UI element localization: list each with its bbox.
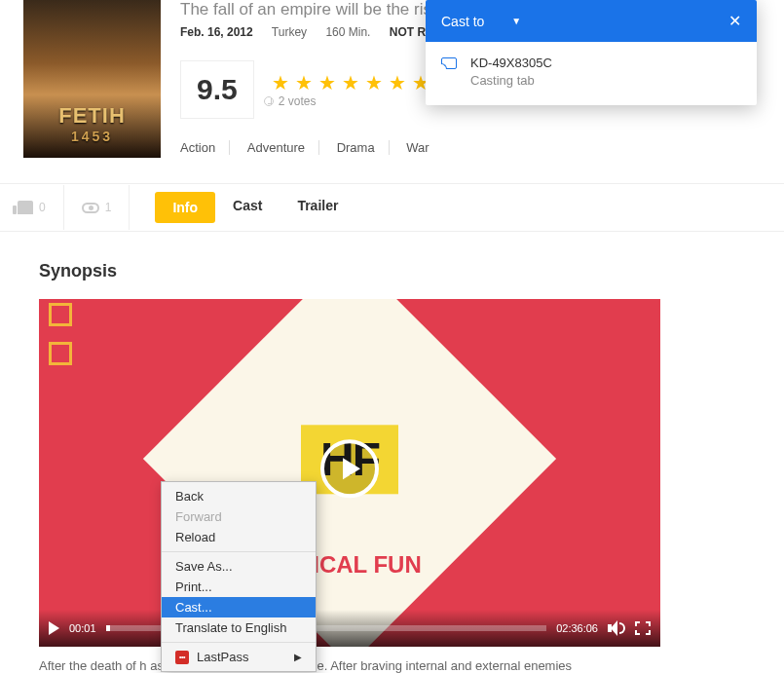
view-count: 1 xyxy=(105,201,112,214)
fullscreen-button[interactable] xyxy=(635,621,651,635)
movie-poster[interactable]: FETIH 1453 xyxy=(23,0,161,158)
star-icon: ★ xyxy=(272,71,289,94)
ctx-back[interactable]: Back xyxy=(162,486,316,506)
cast-popup-title: Cast to xyxy=(441,14,484,29)
genre-link[interactable]: Action xyxy=(180,140,230,155)
volume-button[interactable] xyxy=(608,620,625,636)
cast-device-status: Casting tab xyxy=(470,73,552,88)
play-button[interactable] xyxy=(49,621,59,635)
like-count: 0 xyxy=(39,201,46,214)
ctx-cast[interactable]: Cast... xyxy=(162,597,316,617)
cast-device-name: KD-49X8305C xyxy=(470,56,552,70)
cast-device-item[interactable]: KD-49X8305C Casting tab xyxy=(441,56,741,88)
runtime: 160 Min. xyxy=(325,25,370,39)
views-counter: 1 xyxy=(64,185,130,230)
eye-icon xyxy=(82,203,99,213)
video-player[interactable]: HF ORICAL FUN 00:01 02:36:06 xyxy=(39,299,660,647)
genre-list: Action Adventure Drama War xyxy=(180,140,784,155)
context-menu: Back Forward Reload Save As... Print... … xyxy=(161,481,317,672)
genre-link[interactable]: War xyxy=(392,140,442,155)
current-time: 00:01 xyxy=(69,622,96,634)
like-button[interactable]: 0 xyxy=(0,185,64,230)
chevron-down-icon[interactable]: ▼ xyxy=(511,16,521,26)
cast-popup-header: Cast to ▼ ✕ xyxy=(426,0,757,42)
ctx-print[interactable]: Print... xyxy=(162,577,316,597)
poster-title-text: FETIH xyxy=(58,103,126,128)
genre-link[interactable]: Adventure xyxy=(234,140,319,155)
ctx-forward: Forward xyxy=(162,506,316,527)
section-title-synopsis: Synopsis xyxy=(39,261,745,281)
tab-cast[interactable]: Cast xyxy=(215,184,280,231)
star-icon: ★ xyxy=(342,71,359,94)
poster-year-text: 1453 xyxy=(58,129,126,144)
cast-popup: Cast to ▼ ✕ KD-49X8305C Casting tab xyxy=(426,0,757,105)
star-icon: ★ xyxy=(365,71,383,94)
ctx-lastpass[interactable]: •••LastPass ▶ xyxy=(162,647,316,667)
duration-time: 02:36:06 xyxy=(556,622,598,634)
tab-trailer[interactable]: Trailer xyxy=(280,184,355,231)
star-icon: ★ xyxy=(318,71,336,94)
star-icon: ★ xyxy=(389,71,406,94)
lastpass-icon: ••• xyxy=(175,651,189,664)
synopsis-text: After the death of h ascends to the Otto… xyxy=(39,656,745,673)
ctx-translate[interactable]: Translate to English xyxy=(162,617,316,638)
tab-info[interactable]: Info xyxy=(155,192,215,223)
genre-link[interactable]: Drama xyxy=(323,140,390,155)
votes-icon xyxy=(264,96,274,106)
ctx-reload[interactable]: Reload xyxy=(162,527,316,547)
close-icon[interactable]: ✕ xyxy=(728,12,741,30)
ctx-save-as[interactable]: Save As... xyxy=(162,556,316,577)
country: Turkey xyxy=(272,25,307,39)
cast-device-icon xyxy=(441,57,457,69)
play-overlay-button[interactable] xyxy=(320,439,379,498)
star-icon: ★ xyxy=(295,71,313,94)
rating-score: 9.5 xyxy=(180,60,254,119)
chevron-right-icon: ▶ xyxy=(294,652,302,662)
thumb-up-icon xyxy=(18,201,33,214)
video-controls: 00:01 02:36:06 xyxy=(39,610,660,647)
release-date: Feb. 16, 2012 xyxy=(180,25,253,39)
